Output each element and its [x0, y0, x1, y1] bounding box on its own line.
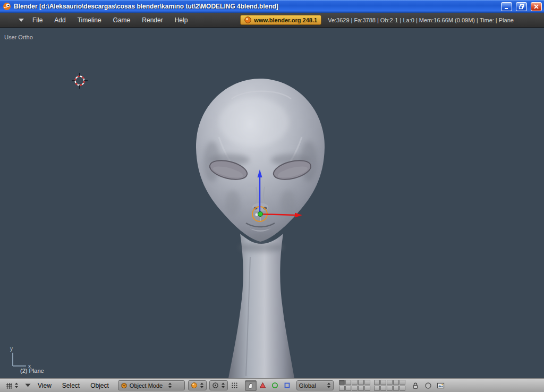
- rotate-circle-icon: [271, 382, 278, 389]
- lock-button[interactable]: [410, 380, 421, 391]
- header-menu-collapse[interactable]: [23, 380, 32, 391]
- layer-toggle[interactable]: [358, 380, 364, 385]
- pivot-point-icon: [212, 382, 219, 389]
- blender-org-badge[interactable]: www.blender.org 248.1: [240, 15, 321, 25]
- menu-timeline[interactable]: Timeline: [72, 16, 107, 24]
- editor-switch-arrows-icon: [14, 382, 19, 389]
- layer-toggle[interactable]: [393, 380, 399, 385]
- alien-head-model[interactable]: [196, 79, 325, 378]
- layer-toggle[interactable]: [358, 386, 364, 391]
- svg-text:y: y: [10, 346, 13, 352]
- menu-help[interactable]: Help: [169, 16, 194, 24]
- view-mode-label: User Ortho: [4, 34, 33, 40]
- hand-icon: [247, 382, 254, 389]
- collapse-triangle-icon: [25, 384, 31, 387]
- draw-type-solid-icon: [191, 382, 198, 389]
- layer-toggle[interactable]: [380, 386, 386, 391]
- maximize-button[interactable]: [516, 2, 527, 11]
- manipulator-toggle-button[interactable]: [245, 380, 257, 391]
- layer-buttons: [339, 380, 405, 391]
- scale-manipulator-button[interactable]: [282, 380, 293, 391]
- render-image-icon: [437, 382, 445, 389]
- scale-square-icon: [284, 382, 291, 389]
- render-preview-button[interactable]: [435, 380, 447, 391]
- view3d-header: View Select Object Object Mode: [0, 378, 544, 392]
- dots-grid-icon: [231, 382, 238, 389]
- layer-toggle[interactable]: [364, 380, 370, 385]
- blender-window: Blender [d:\Aleksaurio\descargas\cosas b…: [0, 0, 544, 392]
- layer-toggle[interactable]: [339, 380, 345, 385]
- active-object-label: (2) Plane: [20, 368, 44, 374]
- menu-add[interactable]: Add: [48, 16, 71, 24]
- layer-toggle[interactable]: [400, 380, 405, 385]
- translate-manipulator-button[interactable]: [257, 380, 269, 391]
- combo-arrows-icon: [221, 382, 225, 389]
- mode-dropdown[interactable]: Object Mode: [118, 380, 185, 390]
- scene-stats-text: Ve:3629 | Fa:3788 | Ob:2-1 | La:0 | Mem:…: [328, 17, 514, 23]
- menu-render[interactable]: Render: [136, 16, 168, 24]
- snap-dots-button[interactable]: [229, 380, 241, 391]
- layer-toggle[interactable]: [400, 386, 405, 391]
- editor-type-button[interactable]: [2, 380, 22, 391]
- window-title: Blender [d:\Aleksaurio\descargas\cosas b…: [14, 3, 497, 10]
- layer-toggle[interactable]: [352, 386, 358, 391]
- minimize-button[interactable]: [501, 2, 512, 11]
- layer-toggle[interactable]: [374, 386, 380, 391]
- layer-toggle[interactable]: [345, 386, 351, 391]
- draw-type-dropdown[interactable]: [188, 380, 207, 390]
- mode-dropdown-label: Object Mode: [130, 382, 166, 389]
- proportional-edit-button[interactable]: [422, 380, 434, 391]
- scene-svg: y x: [0, 28, 544, 378]
- pivot-dropdown[interactable]: [209, 380, 228, 390]
- blender-app-icon: [3, 2, 11, 11]
- header-collapse-icon[interactable]: [18, 18, 24, 22]
- layer-toggle[interactable]: [364, 386, 370, 391]
- badge-label: www.blender.org 248.1: [254, 17, 317, 23]
- gizmo-x-arrowhead: [295, 213, 302, 218]
- menu-game[interactable]: Game: [107, 16, 137, 24]
- combo-arrows-icon: [327, 382, 331, 389]
- blender-org-icon: [244, 16, 251, 23]
- layer-toggle[interactable]: [387, 380, 393, 385]
- info-header: File Add Timeline Game Render Help www.b…: [0, 13, 544, 28]
- rotate-manipulator-button[interactable]: [269, 380, 281, 391]
- viewport-3d[interactable]: y x User Ortho (2) Plane: [0, 28, 544, 378]
- titlebar[interactable]: Blender [d:\Aleksaurio\descargas\cosas b…: [0, 0, 544, 13]
- layer-toggle[interactable]: [374, 380, 380, 385]
- layer-toggle[interactable]: [345, 380, 351, 385]
- object-origin-dot: [256, 214, 258, 216]
- orientation-dropdown-label: Global: [299, 382, 319, 389]
- menu-view[interactable]: View: [33, 382, 56, 389]
- layer-grid-right: [374, 380, 405, 391]
- combo-arrows-icon: [200, 382, 204, 389]
- close-button[interactable]: [531, 2, 542, 11]
- object-mode-icon: [121, 382, 128, 389]
- proportional-circle-icon: [424, 382, 432, 389]
- layer-grid-left: [339, 380, 370, 391]
- cursor-3d-icon: [72, 73, 88, 89]
- layer-toggle[interactable]: [380, 380, 386, 385]
- layer-toggle[interactable]: [339, 386, 345, 391]
- layer-toggle[interactable]: [387, 386, 393, 391]
- menu-select[interactable]: Select: [57, 382, 84, 389]
- layer-toggle[interactable]: [352, 380, 358, 385]
- axis-indicator-icon: y x: [10, 346, 31, 369]
- lock-icon: [412, 382, 419, 389]
- layer-toggle[interactable]: [393, 386, 399, 391]
- manipulator-group: [245, 380, 293, 391]
- menu-file[interactable]: File: [27, 16, 48, 24]
- 3d-view-grid-icon: [6, 382, 13, 389]
- orientation-dropdown[interactable]: Global: [296, 380, 334, 390]
- translate-triangle-icon: [259, 382, 266, 389]
- menu-object[interactable]: Object: [86, 382, 114, 389]
- gizmo-center-dot: [258, 212, 263, 217]
- combo-arrows-icon: [168, 382, 172, 389]
